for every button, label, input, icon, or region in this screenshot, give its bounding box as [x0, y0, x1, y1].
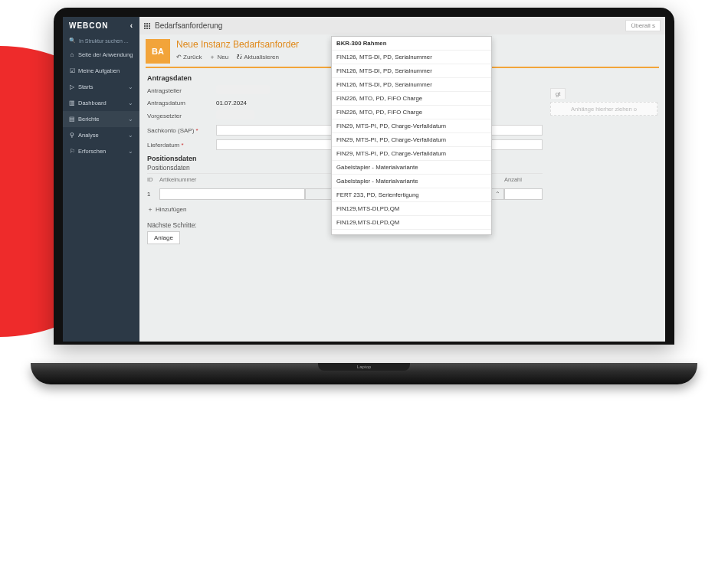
home-icon: ⌂ [69, 51, 75, 58]
dropdown-option[interactable]: Gabelstapler - Materialvariante [332, 175, 491, 188]
dropdown-option[interactable]: FIN29, MTS-PI, PD, Charge-Verfalldatum [332, 119, 491, 133]
chevron-down-icon: ⌄ [128, 116, 133, 123]
reports-icon: ▤ [69, 116, 75, 123]
form-right: gt Anhänge hierher ziehen o [550, 74, 657, 335]
input-quantity[interactable] [504, 188, 543, 200]
dropdown-option[interactable]: Gabelstapler - Materialvariante [332, 161, 491, 175]
back-button[interactable]: ↶ Zurück [176, 53, 202, 61]
laptop-base: Laptop [31, 363, 697, 384]
laptop-notch: Laptop [318, 363, 410, 371]
sidebar-item-starts[interactable]: ▷Starts ⌄ [63, 79, 139, 95]
app-root: WEBCON ‹ 🔍 In Struktur suchen ... ⌂Seite… [63, 17, 665, 342]
label-lieferdatum: Lieferdatum * [147, 142, 216, 149]
row-id: 1 [147, 191, 159, 198]
chevron-down-icon: ⌄ [128, 83, 133, 90]
play-icon: ▷ [69, 83, 75, 90]
new-button[interactable]: ＋ Neu [209, 53, 228, 61]
sidebar-search-placeholder: In Struktur suchen ... [79, 38, 129, 44]
chevron-down-icon: ⌄ [128, 100, 133, 106]
dropdown-option[interactable]: FIN226, MTO, PD, FIFO Charge [332, 106, 491, 119]
brand-name: WEBCON [69, 21, 109, 30]
doc-tile: BA [146, 39, 170, 64]
dropdown-option[interactable]: FIN226, MTO, PD, FIFO Charge [332, 92, 491, 106]
right-tab[interactable]: gt [550, 88, 566, 99]
chevron-down-icon: ⌄ [128, 148, 133, 155]
sidebar-item-label: Dashboard [78, 100, 107, 106]
label-date: Antragsdatum [147, 100, 216, 106]
form-area: BKR-300 Rahmen FIN126, MTS-DI, PD, Seria… [139, 68, 665, 342]
label-applicant: Antragsteller [147, 87, 216, 94]
chevron-up-icon: ⌃ [495, 191, 500, 198]
sidebar-search[interactable]: 🔍 In Struktur suchen ... [63, 34, 139, 47]
main-area: Bedarfsanforderung Überall s BA Neue Ins… [139, 17, 665, 342]
chevron-down-icon: ⌄ [128, 132, 133, 139]
sidebar-item-analysis[interactable]: ⚲Analyse ⌄ [63, 127, 139, 143]
sidebar-item-explore[interactable]: ⚐Erforschen ⌄ [63, 143, 139, 159]
search-icon: 🔍 [69, 38, 76, 44]
dropdown-option[interactable]: FIN29, MTS-PI, PD, Charge-Verfalldatum [332, 133, 491, 147]
refresh-button[interactable]: 🗘 Aktualisieren [236, 53, 279, 61]
sidebar-item-label: Berichte [78, 116, 100, 123]
sidebar-item-label: Seite der Anwendung [78, 51, 133, 58]
step-button-anlage[interactable]: Anlage [147, 231, 180, 244]
sidebar-item-app-page[interactable]: ⌂Seite der Anwendung [63, 47, 139, 63]
dropdown-option[interactable]: FIN129,MTS-DI,PD,QM [332, 202, 491, 216]
dashboard-icon: ▥ [69, 100, 75, 106]
doc-actions: ↶ Zurück ＋ Neu 🗘 Aktualisieren [176, 53, 299, 61]
attachments-dropzone[interactable]: Anhänge hierher ziehen o [550, 102, 657, 116]
sidebar-item-dashboard[interactable]: ▥Dashboard ⌄ [63, 95, 139, 111]
sidebar-item-reports[interactable]: ▤Berichte ⌄ [63, 111, 139, 127]
article-dropdown[interactable]: BKR-300 Rahmen FIN126, MTS-DI, PD, Seria… [331, 36, 492, 235]
plus-icon: ＋ [147, 205, 153, 214]
dropdown-option[interactable]: FIN29, MTS-PI, PD, Charge-Verfalldatum [332, 147, 491, 161]
dropdown-option[interactable]: FIN126, MTS-DI, PD, Serialnummer [332, 78, 491, 92]
collapse-sidebar-icon[interactable]: ‹ [130, 21, 133, 30]
analysis-icon: ⚲ [69, 132, 75, 139]
label-manager: Vorgesetzter [147, 113, 216, 119]
dropdown-option[interactable]: FERT 233, PD, Serienfertigung [332, 188, 491, 202]
doc-title: Neue Instanz Bedarfsanforder [176, 39, 299, 50]
laptop-frame: WEBCON ‹ 🔍 In Struktur suchen ... ⌂Seite… [54, 8, 674, 375]
sidebar: WEBCON ‹ 🔍 In Struktur suchen ... ⌂Seite… [63, 17, 139, 342]
sidebar-item-label: Erforschen [78, 148, 106, 155]
dropdown-option[interactable]: FIN10A, MTS-DDMRP, PD [332, 230, 491, 235]
col-article: Artikelnummer [159, 176, 305, 183]
explore-icon: ⚐ [69, 148, 75, 155]
sidebar-item-label: Starts [78, 83, 93, 90]
label-sachkonto: Sachkonto (SAP) * [147, 127, 216, 134]
topbar: Bedarfsanforderung Überall s [139, 17, 665, 34]
brand-bar: WEBCON ‹ [63, 17, 139, 34]
col-quantity: Anzahl [504, 176, 543, 183]
apps-icon[interactable] [144, 23, 150, 29]
add-row-label: Hinzufügen [156, 206, 186, 213]
col-id: ID [147, 176, 159, 183]
dropdown-option[interactable]: FIN129,MTS-DI,PD,QM [332, 216, 491, 230]
tasks-icon: ☑ [69, 67, 75, 74]
dropdown-option[interactable]: BKR-300 Rahmen [332, 37, 491, 51]
dropdown-option[interactable]: FIN126, MTS-DI, PD, Serialnummer [332, 64, 491, 78]
value-applicant-redacted [216, 85, 270, 94]
input-article[interactable] [159, 188, 305, 200]
sidebar-item-my-tasks[interactable]: ☑Meine Aufgaben [63, 63, 139, 79]
page-title: Bedarfsanforderung [155, 21, 222, 30]
laptop-screen: WEBCON ‹ 🔍 In Struktur suchen ... ⌂Seite… [54, 8, 674, 345]
value-manager-redacted [216, 110, 254, 119]
sidebar-item-label: Analyse [78, 132, 99, 139]
global-search[interactable]: Überall s [625, 20, 661, 31]
app-viewport: WEBCON ‹ 🔍 In Struktur suchen ... ⌂Seite… [63, 17, 665, 342]
sidebar-item-label: Meine Aufgaben [78, 67, 120, 74]
dropdown-option[interactable]: FIN126, MTS-DI, PD, Serialnummer [332, 51, 491, 64]
